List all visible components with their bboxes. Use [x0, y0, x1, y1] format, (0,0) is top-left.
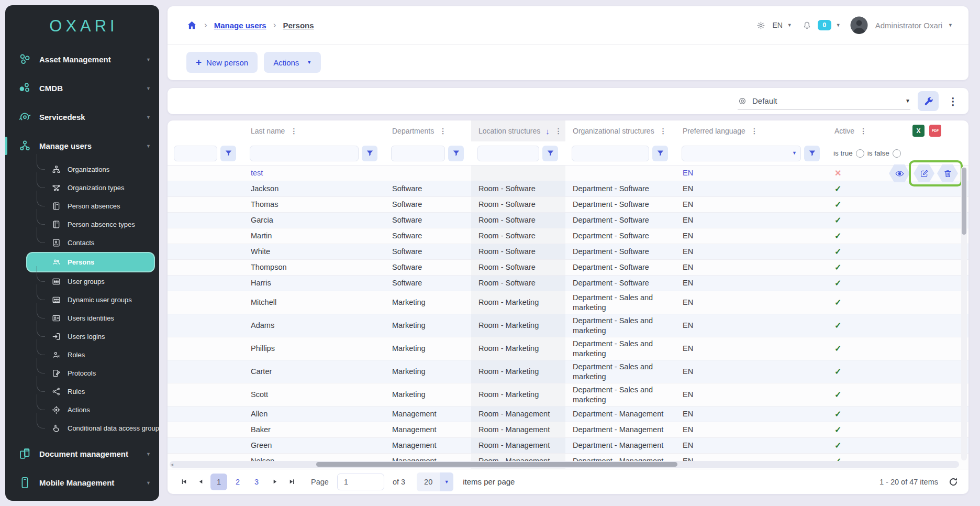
page-button-1[interactable]: 1 [210, 474, 227, 490]
language-selector[interactable]: EN [772, 21, 782, 29]
table-row[interactable]: Thompson Software Room - Software Depart… [168, 260, 968, 276]
is-false-radio[interactable] [893, 149, 901, 158]
column-header-organizational-structures[interactable]: Organizational structures⋮ [565, 120, 675, 141]
filter-funnel-icon[interactable] [652, 146, 668, 161]
user-menu-caret-icon[interactable]: ▼ [948, 23, 953, 28]
sidebar-item-rules[interactable]: Rules [37, 382, 155, 401]
column-menu-kebab-icon[interactable]: ⋮ [751, 127, 758, 135]
last-page-button[interactable] [285, 475, 298, 489]
table-row[interactable]: Garcia Software Room - Software Departme… [168, 213, 968, 228]
sidebar-item-dynamic-user-groups[interactable]: Dynamic user groups [37, 291, 155, 309]
sidebar-item-roles[interactable]: Roles [37, 346, 155, 364]
sidebar-item-document-management[interactable]: Document management ▼ [5, 439, 159, 468]
page-button-3[interactable]: 3 [248, 474, 265, 490]
table-row[interactable]: Green Management Room - Management Depar… [168, 438, 968, 454]
sidebar-item-users-logins[interactable]: Users logins [37, 327, 155, 346]
column-menu-kebab-icon[interactable]: ⋮ [660, 127, 667, 135]
table-row[interactable]: Allen Management Room - Management Depar… [168, 406, 968, 422]
table-menu-kebab-icon[interactable]: ⋮ [946, 95, 960, 107]
filter-input[interactable] [174, 146, 217, 161]
table-row[interactable]: Carter Marketing Room - Marketing Depart… [168, 360, 968, 383]
table-row[interactable]: Martin Software Room - Software Departme… [168, 228, 968, 244]
table-row[interactable]: Phillips Marketing Room - Marketing Depa… [168, 337, 968, 360]
sidebar-item-user-groups[interactable]: User groups [37, 272, 155, 291]
sidebar-item-conditional-data-access-groups[interactable]: Conditional data access groups [37, 419, 155, 437]
vertical-scrollbar-thumb[interactable] [962, 168, 966, 235]
table-row[interactable]: test EN ✕ [168, 166, 968, 181]
sidebar-item-protocols[interactable]: Protocols [37, 364, 155, 382]
column-menu-kebab-icon[interactable]: ⋮ [860, 127, 867, 135]
bell-icon[interactable] [802, 20, 812, 30]
sidebar-item-manage-users[interactable]: Manage users ▼ [5, 131, 159, 160]
filter-input[interactable] [477, 146, 539, 161]
home-icon[interactable] [186, 20, 197, 31]
column-menu-kebab-icon[interactable]: ⋮ [555, 127, 562, 135]
language-caret-icon[interactable]: ▼ [787, 23, 792, 28]
column-header-location-structures[interactable]: Location structures↓⋮ [471, 120, 565, 141]
sidebar-item-mobile-management[interactable]: Mobile Management ▼ [5, 468, 159, 497]
next-page-button[interactable] [268, 475, 282, 489]
edit-row-button[interactable] [914, 164, 934, 182]
sidebar-item-person-absence-types[interactable]: Person absence types [37, 215, 155, 234]
column-menu-kebab-icon[interactable]: ⋮ [439, 127, 447, 135]
page-size-select[interactable]: 20 ▼ [417, 472, 453, 491]
filter-caret-icon[interactable]: ▼ [792, 150, 797, 156]
column-header-preferred-language[interactable]: Preferred language⋮ [675, 120, 827, 141]
table-row[interactable]: Jackson Software Room - Software Departm… [168, 181, 968, 197]
view-row-button[interactable] [889, 164, 910, 182]
filter-select-input[interactable] [682, 146, 801, 161]
prev-page-button[interactable] [194, 475, 207, 489]
sidebar-item-users-identities[interactable]: Users identities [37, 309, 155, 327]
table-row[interactable]: Thomas Software Room - Software Departme… [168, 197, 968, 213]
horizontal-scrollbar-thumb[interactable] [316, 462, 677, 467]
column-header-active[interactable]: Active⋮ [827, 120, 968, 141]
cell-last-name[interactable]: test [243, 166, 385, 181]
scroll-left-arrow-icon[interactable]: ◂ [171, 461, 173, 468]
table-row[interactable]: Harris Software Room - Software Departme… [168, 276, 968, 291]
column-header-departments[interactable]: Departments⋮ [385, 120, 471, 141]
breadcrumb-manage-users[interactable]: Manage users [214, 21, 266, 30]
sort-desc-icon[interactable]: ↓ [545, 127, 550, 136]
notifications-badge[interactable]: 0 [818, 20, 831, 30]
avatar[interactable] [850, 16, 868, 35]
page-button-2[interactable]: 2 [229, 474, 246, 490]
filter-input[interactable] [250, 146, 359, 161]
sidebar-item-contacts[interactable]: Contacts [37, 234, 155, 252]
delete-row-button[interactable] [937, 164, 958, 182]
first-page-button[interactable] [177, 475, 191, 489]
sidebar-item-asset-management[interactable]: Asset Management ▼ [5, 45, 159, 74]
export-excel-icon[interactable]: X [912, 125, 925, 137]
table-row[interactable]: Scott Marketing Room - Marketing Departm… [168, 383, 968, 406]
notifications-caret-icon[interactable]: ▼ [836, 23, 841, 28]
new-person-button[interactable]: +New person [186, 52, 258, 73]
filter-funnel-icon[interactable] [542, 146, 558, 161]
view-select[interactable]: Default ▼ [738, 92, 910, 110]
table-row[interactable]: White Software Room - Software Departmen… [168, 244, 968, 260]
sidebar-item-persons[interactable]: Persons [26, 252, 155, 272]
filter-input[interactable] [391, 146, 445, 161]
sidebar-item-organization-types[interactable]: Organization types [37, 179, 155, 197]
filter-input[interactable] [572, 146, 649, 161]
breadcrumb-persons[interactable]: Persons [283, 21, 314, 30]
column-menu-kebab-icon[interactable]: ⋮ [290, 127, 297, 135]
sidebar-item-servicedesk[interactable]: Servicedesk ▼ [5, 103, 159, 131]
actions-button[interactable]: Actions▼ [264, 52, 321, 73]
filter-funnel-icon[interactable] [448, 146, 464, 161]
sidebar-item-settings[interactable]: Settings ▼ [5, 497, 159, 501]
gear-icon[interactable] [756, 20, 766, 30]
filter-funnel-icon[interactable] [362, 146, 377, 161]
export-pdf-icon[interactable]: PDF [929, 125, 941, 137]
vertical-scrollbar[interactable] [961, 167, 967, 460]
table-row[interactable]: Mitchell Marketing Room - Marketing Depa… [168, 291, 968, 314]
table-row[interactable]: Adams Marketing Room - Marketing Departm… [168, 314, 968, 337]
page-number-input[interactable] [337, 474, 384, 490]
is-true-radio[interactable] [856, 149, 864, 158]
filter-funnel-icon[interactable] [804, 146, 820, 161]
filter-funnel-icon[interactable] [220, 146, 236, 161]
column-settings-wrench-button[interactable] [918, 91, 939, 111]
column-header-last-name[interactable]: Last name⋮ [243, 120, 385, 141]
refresh-icon[interactable] [948, 476, 959, 488]
sidebar-item-cmdb[interactable]: CMDB ▼ [5, 74, 159, 103]
horizontal-scrollbar[interactable]: ◂ [170, 461, 959, 468]
table-row[interactable]: Baker Management Room - Management Depar… [168, 422, 968, 438]
